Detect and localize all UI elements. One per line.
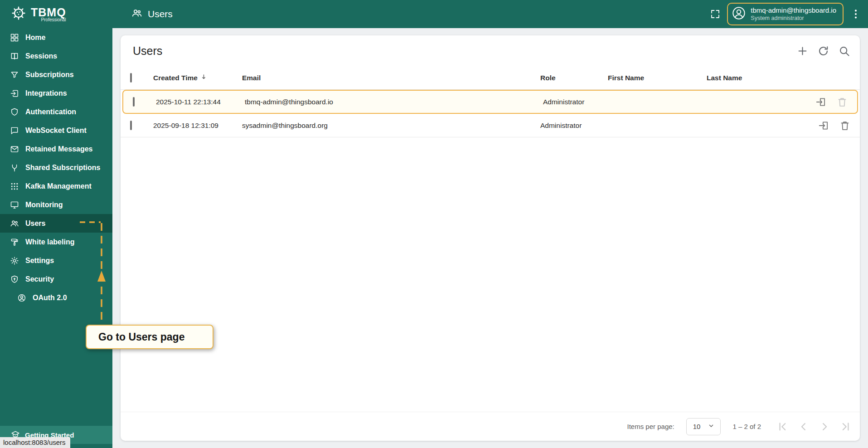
sidebar-item-label: Security (25, 275, 54, 283)
items-per-page-label: Items per page: (627, 423, 674, 430)
column-header-label: First Name (608, 74, 644, 82)
cell-role: Administrator (540, 122, 608, 130)
topbar-title-text: Users (148, 9, 173, 19)
apps-grid-icon (10, 182, 19, 191)
cell-email: tbmq-admin@thingsboard.io (245, 98, 543, 106)
sidebar-item-security[interactable]: Security (0, 270, 112, 288)
sidebar-item-subscriptions[interactable]: Subscriptions (0, 65, 112, 84)
sidebar-item-websocket-client[interactable]: WebSocket Client (0, 121, 112, 140)
table-header-row: Created Time Email Role First Name Last … (121, 66, 860, 90)
select-all-checkbox[interactable] (130, 73, 132, 83)
chat-icon (10, 126, 19, 135)
previous-page-button[interactable] (794, 417, 814, 437)
row-checkbox[interactable] (130, 121, 132, 130)
sidebar-item-settings[interactable]: Settings (0, 251, 112, 270)
sidebar-item-label: Subscriptions (25, 71, 74, 79)
sidebar-item-label: Settings (25, 257, 54, 265)
column-header-role[interactable]: Role (540, 74, 608, 82)
sort-desc-icon (200, 73, 208, 83)
sidebar-item-users[interactable]: Users (0, 214, 112, 233)
sidebar-item-label: Kafka Management (25, 182, 92, 190)
avatar-icon (732, 6, 746, 22)
sidebar-item-label: Integrations (25, 89, 67, 97)
sidebar-item-label: Retained Messages (25, 145, 93, 153)
monitor-icon (10, 200, 19, 209)
table-row[interactable]: 2025-10-11 22:13:44 tbmq-admin@thingsboa… (122, 90, 858, 114)
fullscreen-button[interactable] (710, 9, 721, 19)
delete-user-button[interactable] (836, 96, 848, 108)
cell-email: sysadmin@thingsboard.org (242, 122, 540, 130)
tbmq-logo-icon (11, 5, 26, 23)
page-size-select[interactable]: 10 (686, 418, 721, 435)
login-as-user-button[interactable] (815, 96, 827, 108)
column-header-label: Email (242, 74, 261, 82)
sidebar-item-kafka-management[interactable]: Kafka Management (0, 177, 112, 195)
sidebar-item-label: Users (25, 219, 45, 228)
first-page-button[interactable] (773, 417, 793, 437)
search-button[interactable] (834, 40, 854, 61)
cell-created-time: 2025-10-11 22:13:44 (156, 98, 245, 106)
add-user-button[interactable] (792, 40, 813, 61)
logo-subtitle: Professional (41, 17, 66, 22)
sessions-icon (10, 52, 19, 61)
sidebar-item-white-labeling[interactable]: White labeling (0, 233, 112, 251)
sidebar-item-authentication[interactable]: Authentication (0, 102, 112, 121)
sidebar-item-retained-messages[interactable]: Retained Messages (0, 140, 112, 158)
more-menu-button[interactable] (850, 8, 862, 20)
column-header-label: Created Time (153, 74, 198, 82)
table-row[interactable]: 2025-09-18 12:31:09 sysadmin@thingsboard… (121, 114, 860, 137)
refresh-button[interactable] (813, 40, 834, 61)
delete-user-button[interactable] (839, 120, 851, 131)
sidebar-item-monitoring[interactable]: Monitoring (0, 195, 112, 214)
column-header-last-name[interactable]: Last Name (707, 74, 804, 82)
annotation-callout: Go to Users page (86, 325, 213, 349)
paginator-range-label: 1 – 2 of 2 (732, 423, 761, 430)
page-size-value: 10 (693, 423, 701, 430)
topbar: TBMQ Professional Users (0, 0, 868, 28)
security-shield-icon (10, 275, 19, 284)
account-button[interactable]: tbmq-admin@thingsboard.io System adminis… (727, 3, 844, 25)
last-page-button[interactable] (835, 417, 855, 437)
next-page-button[interactable] (815, 417, 834, 437)
account-role: System administrator (751, 15, 804, 22)
column-header-first-name[interactable]: First Name (608, 74, 707, 82)
sidebar-item-sessions[interactable]: Sessions (0, 47, 112, 65)
gear-icon (10, 256, 19, 265)
sidebar-item-home[interactable]: Home (0, 28, 112, 47)
cell-role: Administrator (543, 98, 611, 106)
envelope-icon (10, 145, 19, 154)
shield-icon (10, 107, 19, 117)
paginator-controls (773, 417, 855, 437)
app-logo[interactable]: TBMQ Professional (0, 5, 112, 23)
card-toolbar (792, 40, 854, 61)
table-empty-area (121, 137, 860, 412)
people-icon (10, 219, 19, 228)
chevron-down-icon (708, 422, 715, 431)
users-card: Users Created Time (121, 35, 860, 441)
account-email: tbmq-admin@thingsboard.io (751, 6, 836, 15)
row-checkbox[interactable] (133, 97, 135, 107)
sidebar-item-label: WebSocket Client (25, 127, 87, 135)
tbmq-app: TBMQ Professional Users (0, 0, 868, 448)
home-icon (10, 33, 19, 42)
card-title: Users (133, 44, 162, 58)
column-header-created-time[interactable]: Created Time (153, 73, 242, 83)
column-header-label: Role (540, 74, 556, 82)
sidebar: Home Sessions Subscriptions Integrations… (0, 28, 112, 448)
people-icon (131, 8, 142, 21)
topbar-actions: tbmq-admin@thingsboard.io System adminis… (710, 3, 868, 25)
sidebar-item-oauth[interactable]: OAuth 2.0 (0, 288, 112, 307)
input-icon (10, 89, 19, 98)
column-header-email[interactable]: Email (242, 74, 540, 82)
browser-status-bar: localhost:8083/users (0, 437, 70, 448)
account-circle-icon (17, 293, 26, 302)
sidebar-item-shared-subscriptions[interactable]: Shared Subscriptions (0, 158, 112, 177)
paginator: Items per page: 10 1 – 2 of 2 (121, 412, 860, 441)
split-icon (10, 163, 19, 172)
column-header-label: Last Name (707, 74, 742, 82)
login-as-user-button[interactable] (818, 120, 829, 131)
card-header: Users (121, 35, 860, 66)
sidebar-item-integrations[interactable]: Integrations (0, 84, 112, 102)
sidebar-item-label: Sessions (25, 52, 57, 60)
paint-icon (10, 238, 19, 247)
